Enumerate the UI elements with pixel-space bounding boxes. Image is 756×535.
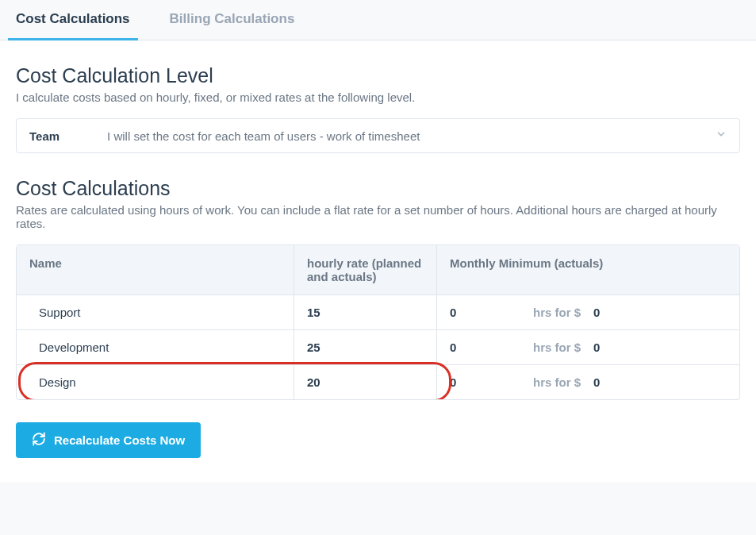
cell-minimum: 0 hrs for $ 0: [437, 330, 739, 364]
table-header: Name hourly rate (planned and actuals) M…: [17, 245, 739, 295]
calc-title: Cost Calculations: [16, 177, 740, 200]
cell-name: Design: [17, 365, 294, 399]
cell-rate: 25: [294, 330, 437, 364]
header-minimum: Monthly Minimum (actuals): [437, 245, 739, 294]
min-cost: 0: [593, 306, 600, 319]
tab-cost-calculations[interactable]: Cost Calculations: [16, 0, 130, 40]
min-hours: 0: [450, 306, 533, 319]
table-row[interactable]: Design 20 0 hrs for $ 0: [17, 365, 739, 399]
table-row[interactable]: Support 15 0 hrs for $ 0: [17, 295, 739, 330]
cost-table: Name hourly rate (planned and actuals) M…: [16, 244, 740, 400]
cell-name: Development: [17, 330, 294, 364]
min-cost: 0: [593, 375, 600, 389]
cell-rate: 15: [294, 295, 437, 329]
cell-minimum: 0 hrs for $ 0: [437, 365, 739, 399]
level-select-description: I will set the cost for each team of use…: [107, 129, 668, 143]
recalculate-button-label: Recalculate Costs Now: [54, 433, 185, 447]
table-row[interactable]: Development 25 0 hrs for $ 0: [17, 330, 739, 365]
header-rate: hourly rate (planned and actuals): [294, 245, 437, 294]
hrs-for-label: hrs for $: [533, 341, 581, 354]
hrs-for-label: hrs for $: [533, 375, 581, 389]
content-panel: Cost Calculation Level I calculate costs…: [0, 40, 756, 482]
tabs: Cost Calculations Billing Calculations: [0, 0, 756, 40]
min-cost: 0: [593, 341, 600, 354]
calc-description: Rates are calculated using hours of work…: [16, 203, 740, 230]
header-name: Name: [17, 245, 294, 294]
level-select-value: Team: [29, 129, 59, 143]
min-hours: 0: [450, 375, 533, 389]
level-description: I calculate costs based on hourly, fixed…: [16, 90, 740, 104]
cell-minimum: 0 hrs for $ 0: [437, 295, 739, 329]
chevron-down-icon: [716, 129, 727, 143]
hrs-for-label: hrs for $: [533, 306, 581, 319]
min-hours: 0: [450, 341, 533, 354]
cell-rate: 20: [294, 365, 437, 399]
tab-billing-calculations[interactable]: Billing Calculations: [170, 0, 295, 40]
refresh-icon: [32, 432, 46, 448]
recalculate-button[interactable]: Recalculate Costs Now: [16, 422, 201, 458]
level-title: Cost Calculation Level: [16, 64, 740, 87]
cell-name: Support: [17, 295, 294, 329]
level-select[interactable]: Team I will set the cost for each team o…: [16, 118, 740, 153]
